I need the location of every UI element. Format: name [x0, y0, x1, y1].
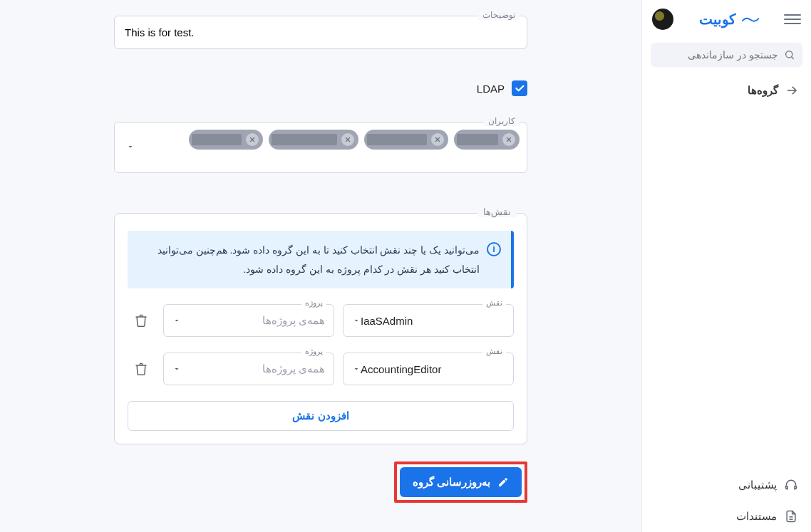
svg-point-0	[786, 51, 792, 58]
avatar[interactable]	[652, 9, 673, 30]
user-chip	[189, 130, 263, 150]
search-box[interactable]	[651, 43, 802, 67]
project-select-label: پروژه	[301, 347, 326, 356]
project-select-label: پروژه	[301, 298, 326, 308]
role-select[interactable]: نقشAccountingEditor	[343, 353, 514, 385]
add-role-button[interactable]: افزودن نقش	[128, 401, 514, 431]
footer-support[interactable]: پشتیبانی	[642, 469, 811, 501]
update-group-label: به‌روزرسانی گروه	[413, 476, 490, 489]
users-dropdown-caret[interactable]	[126, 141, 135, 154]
chip-body	[192, 134, 242, 145]
caret-down-icon	[352, 316, 361, 325]
trash-icon	[134, 362, 148, 376]
role-select-label: نقش	[482, 347, 506, 356]
roles-card: نقش‌ها i می‌توانید یک یا چند نقش انتخاب …	[114, 213, 527, 444]
search-input[interactable]	[658, 49, 778, 61]
roles-info-banner: i می‌توانید یک یا چند نقش انتخاب کنید تا…	[128, 231, 514, 288]
caret-down-icon	[126, 142, 135, 151]
user-chip	[364, 130, 448, 150]
chip-remove-icon[interactable]	[246, 133, 259, 146]
footer-docs[interactable]: مستندات	[642, 501, 811, 532]
chip-remove-icon[interactable]	[341, 133, 354, 146]
sidebar: کوبیت گروه‌ها پشتیبانی مستندات	[641, 0, 811, 532]
project-select-value: همه‌ی پروژه‌ها	[181, 363, 325, 375]
main: توضیحات LDAP کاربران نقش‌ها i	[0, 0, 641, 532]
roles-title: نقش‌ها	[477, 207, 517, 217]
users-label: کاربران	[484, 116, 520, 126]
add-role-label: افزودن نقش	[292, 410, 348, 422]
brand-name: کوبیت	[699, 11, 736, 28]
footer-docs-label: مستندات	[736, 510, 777, 523]
project-select[interactable]: پروژههمه‌ی پروژه‌ها	[163, 353, 334, 385]
roles-info-text: می‌توانید یک یا چند نقش انتخاب کنید تا ب…	[138, 241, 480, 278]
brand[interactable]: کوبیت	[699, 11, 759, 28]
user-chip	[269, 130, 358, 150]
chip-remove-icon[interactable]	[431, 133, 444, 146]
check-icon	[514, 83, 525, 94]
ldap-checkbox[interactable]	[512, 80, 527, 96]
role-select-value: AccountingEditor	[361, 363, 505, 375]
description-field: توضیحات	[114, 16, 527, 49]
chip-body	[272, 134, 337, 145]
caret-down-icon	[172, 365, 181, 373]
role-row: نقشAccountingEditorپروژههمه‌ی پروژه‌ها	[128, 353, 514, 385]
role-row: نقشIaaSAdminپروژههمه‌ی پروژه‌ها	[128, 304, 514, 337]
chip-body	[367, 134, 427, 145]
trash-icon	[134, 313, 148, 328]
description-label: توضیحات	[478, 10, 520, 20]
role-select-label: نقش	[482, 298, 506, 308]
role-select-value: IaaSAdmin	[361, 315, 505, 327]
update-group-button[interactable]: به‌روزرسانی گروه	[400, 467, 522, 497]
caret-down-icon	[172, 316, 181, 325]
chip-body	[457, 134, 498, 145]
project-select-value: همه‌ی پروژه‌ها	[181, 314, 325, 327]
svg-line-1	[792, 57, 794, 59]
ldap-label: LDAP	[477, 83, 505, 95]
description-input[interactable]	[115, 16, 527, 48]
menu-icon[interactable]	[784, 11, 801, 28]
caret-down-icon	[352, 365, 361, 373]
footer-support-label: پشتیبانی	[738, 479, 777, 491]
users-field[interactable]: کاربران	[114, 122, 527, 173]
search-icon	[784, 48, 795, 61]
delete-role-button[interactable]	[128, 355, 155, 382]
chip-remove-icon[interactable]	[502, 133, 515, 146]
delete-role-button[interactable]	[128, 307, 155, 334]
project-select[interactable]: پروژههمه‌ی پروژه‌ها	[163, 304, 334, 337]
pencil-icon	[497, 476, 509, 488]
submit-highlight: به‌روزرسانی گروه	[394, 461, 527, 503]
nav-groups-label: گروه‌ها	[748, 84, 778, 97]
role-select[interactable]: نقشIaaSAdmin	[343, 304, 514, 337]
nav-groups[interactable]: گروه‌ها	[642, 75, 811, 105]
ldap-row: LDAP	[114, 80, 527, 96]
info-icon: i	[487, 242, 501, 256]
brand-wave-icon	[742, 14, 759, 24]
document-icon	[784, 509, 798, 523]
arrow-right-icon	[785, 84, 798, 97]
user-chip	[454, 130, 520, 150]
headset-icon	[784, 478, 798, 492]
